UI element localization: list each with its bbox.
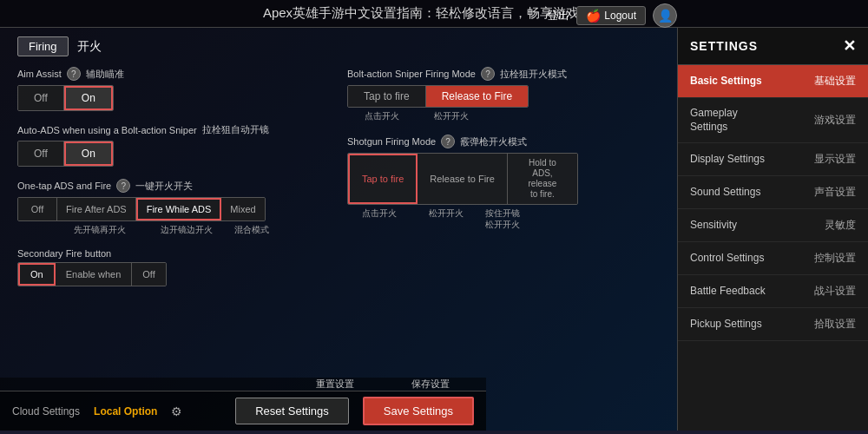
shotgun-tap[interactable]: Tap to fire xyxy=(348,154,418,204)
settings-columns: Aim Assist ? 辅助瞄准 Off On Auto-ADS when u… xyxy=(17,67,660,299)
logout-text: 登出 xyxy=(547,8,569,23)
bolt-sniper-buttons: Tap to fire Release to Fire xyxy=(347,85,529,108)
auto-ads-row: Auto-ADS when using a Bolt-action Sniper… xyxy=(17,123,330,167)
cloud-settings-label: Cloud Settings xyxy=(12,405,80,418)
shotgun-sub-3: 按住开镜松开开火 xyxy=(481,207,524,230)
close-icon[interactable]: ✕ xyxy=(843,36,856,56)
bolt-sub-1: 点击开火 xyxy=(347,110,417,122)
one-tap-sub2: 先开镜再开火 xyxy=(56,224,143,236)
secondary-fire-on[interactable]: On xyxy=(18,263,56,286)
sidebar-item-sound-cn: 声音设置 xyxy=(814,185,856,200)
sidebar-item-sensitivity-cn: 灵敏度 xyxy=(825,218,856,233)
aim-assist-on[interactable]: On xyxy=(64,86,113,110)
bottom-labels-row: 重置设置 保存设置 xyxy=(0,378,486,391)
sidebar-item-pickup-en: Pickup Settings xyxy=(690,318,762,332)
sidebar-item-control[interactable]: Control Settings 控制设置 xyxy=(678,242,868,275)
sidebar-item-gameplay[interactable]: GameplaySettings 游戏设置 xyxy=(678,98,868,143)
one-tap-label: One-tap ADS and Fire ? 一键开火开关 xyxy=(17,179,330,193)
settings-panel: Firing 开火 Aim Assist ? 辅助瞄准 Off xyxy=(17,36,660,299)
auto-ads-on[interactable]: On xyxy=(64,141,113,166)
apple-icon: 🍎 xyxy=(586,9,601,23)
reset-settings-button[interactable]: Reset Settings xyxy=(235,398,349,424)
sidebar-item-gameplay-en: GameplaySettings xyxy=(690,107,738,134)
left-column: Aim Assist ? 辅助瞄准 Off On Auto-ADS when u… xyxy=(17,67,330,299)
secondary-fire-off[interactable]: Off xyxy=(132,263,165,286)
shotgun-release[interactable]: Release to Fire xyxy=(418,154,508,204)
secondary-fire-buttons: On Enable when Off xyxy=(17,262,167,286)
top-banner: Apex英雄手游中文设置指南：轻松修改语言，畅享游戏世界 xyxy=(0,0,868,28)
one-tap-help-icon[interactable]: ? xyxy=(116,179,130,193)
bolt-sniper-release[interactable]: Release to Fire xyxy=(426,86,528,107)
sidebar-item-sound[interactable]: Sound Settings 声音设置 xyxy=(678,176,868,209)
bolt-sub-2: 松开开火 xyxy=(417,110,486,122)
shotgun-en: Shotgun Firing Mode xyxy=(347,136,436,147)
bolt-sniper-cn: 拉栓狙开火模式 xyxy=(500,68,567,81)
aim-assist-label: Aim Assist ? 辅助瞄准 xyxy=(17,67,330,81)
avatar: 👤 xyxy=(653,3,677,28)
aim-assist-row: Aim Assist ? 辅助瞄准 Off On xyxy=(17,67,330,111)
shotgun-sub-2: 松开开火 xyxy=(411,207,481,230)
shotgun-hold[interactable]: Hold to ADS, releaseto fire. xyxy=(508,154,577,204)
one-tap-row: One-tap ADS and Fire ? 一键开火开关 Off Fire A… xyxy=(17,179,330,236)
sidebar-item-basic-settings[interactable]: Basic Settings 基础设置 xyxy=(678,65,868,98)
top-right-area: 登出 🍎 Logout 👤 xyxy=(547,3,677,28)
left-content: Firing 开火 Aim Assist ? 辅助瞄准 Off xyxy=(0,28,677,431)
secondary-fire-enable-when[interactable]: Enable when xyxy=(56,263,133,286)
one-tap-mixed[interactable]: Mixed xyxy=(221,198,264,220)
sidebar-item-control-en: Control Settings xyxy=(690,252,764,266)
sidebar-item-display-cn: 显示设置 xyxy=(814,152,856,167)
one-tap-sub1 xyxy=(17,224,56,236)
sidebar-item-sound-en: Sound Settings xyxy=(690,186,760,200)
sidebar-item-sensitivity-en: Sensitivity xyxy=(690,219,737,233)
aim-assist-help-icon[interactable]: ? xyxy=(67,67,81,81)
firing-tab-en[interactable]: Firing xyxy=(17,36,69,56)
bottom-btn-row: Cloud Settings Local Option ⚙ Reset Sett… xyxy=(0,391,486,431)
logout-button[interactable]: 🍎 Logout xyxy=(576,6,646,25)
aim-assist-buttons: Off On xyxy=(17,85,114,111)
bottom-action-area: 重置设置 保存设置 Cloud Settings Local Option ⚙ … xyxy=(0,378,486,431)
one-tap-sub4: 混合模式 xyxy=(230,224,273,236)
shotgun-cn: 霰弹枪开火模式 xyxy=(460,135,527,148)
shotgun-help-icon[interactable]: ? xyxy=(441,135,455,148)
auto-ads-cn: 拉栓狙自动开镜 xyxy=(202,123,269,136)
one-tap-fire-after[interactable]: Fire After ADS xyxy=(57,198,136,220)
firing-tab-header: Firing 开火 xyxy=(17,36,660,56)
main-container: Firing 开火 Aim Assist ? 辅助瞄准 Off xyxy=(0,28,868,431)
shotgun-sub-labels: 点击开火 松开开火 按住开镜松开开火 xyxy=(347,207,660,230)
save-settings-button[interactable]: Save Settings xyxy=(363,397,474,425)
bolt-sniper-sub-labels: 点击开火 松开开火 xyxy=(347,110,660,122)
one-tap-fire-while[interactable]: Fire While ADS xyxy=(136,198,222,220)
sidebar-item-gameplay-cn: 游戏设置 xyxy=(814,113,856,128)
sidebar-header: SETTINGS ✕ xyxy=(678,28,868,65)
sidebar-item-pickup[interactable]: Pickup Settings 拾取设置 xyxy=(678,308,868,341)
one-tap-off[interactable]: Off xyxy=(18,198,57,220)
sidebar-item-battle-feedback[interactable]: Battle Feedback 战斗设置 xyxy=(678,275,868,308)
bolt-sniper-help-icon[interactable]: ? xyxy=(481,67,495,81)
aim-assist-cn: 辅助瞄准 xyxy=(86,68,124,81)
sidebar-item-basic-en: Basic Settings xyxy=(690,75,762,89)
secondary-fire-label: Secondary Fire button xyxy=(17,248,330,259)
local-option-label: Local Option xyxy=(94,405,157,418)
sidebar-item-pickup-cn: 拾取设置 xyxy=(814,317,856,332)
bolt-sniper-label: Bolt-action Sniper Firing Mode ? 拉栓狙开火模式 xyxy=(347,67,660,81)
one-tap-buttons: Off Fire After ADS Fire While ADS Mixed xyxy=(17,197,266,221)
aim-assist-off[interactable]: Off xyxy=(18,86,64,110)
save-label: 保存设置 xyxy=(387,378,474,391)
sidebar-item-display-en: Display Settings xyxy=(690,153,765,167)
shotgun-row: Shotgun Firing Mode ? 霰弹枪开火模式 Tap to fir… xyxy=(347,135,660,230)
auto-ads-buttons: Off On xyxy=(17,141,114,167)
auto-ads-label: Auto-ADS when using a Bolt-action Sniper… xyxy=(17,123,330,136)
auto-ads-off[interactable]: Off xyxy=(18,141,64,166)
bolt-sniper-tap[interactable]: Tap to fire xyxy=(348,86,426,107)
equalizer-icon[interactable]: ⚙ xyxy=(171,404,182,418)
sidebar-item-display[interactable]: Display Settings 显示设置 xyxy=(678,143,868,176)
shotgun-label: Shotgun Firing Mode ? 霰弹枪开火模式 xyxy=(347,135,660,148)
secondary-fire-row: Secondary Fire button On Enable when Off xyxy=(17,248,330,286)
firing-tab-cn: 开火 xyxy=(77,39,102,55)
auto-ads-en: Auto-ADS when using a Bolt-action Sniper xyxy=(17,125,197,135)
bolt-sniper-en: Bolt-action Sniper Firing Mode xyxy=(347,69,476,79)
shotgun-sub-1: 点击开火 xyxy=(347,207,411,230)
shotgun-buttons: Tap to fire Release to Fire Hold to ADS,… xyxy=(347,153,578,205)
sidebar-item-sensitivity[interactable]: Sensitivity 灵敏度 xyxy=(678,209,868,242)
one-tap-cn: 一键开火开关 xyxy=(135,180,193,193)
